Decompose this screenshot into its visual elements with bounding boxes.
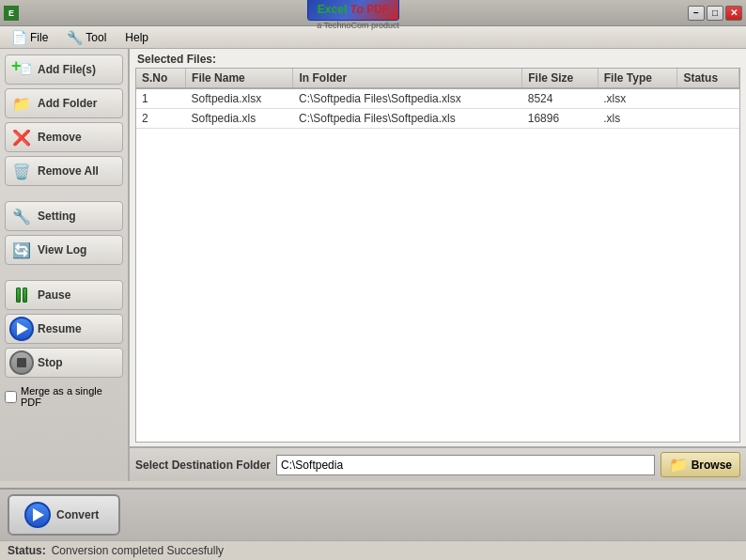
- files-table-element: S.No File Name In Folder File Size File …: [136, 69, 739, 129]
- resume-button[interactable]: Resume: [5, 314, 123, 344]
- destination-input[interactable]: [276, 455, 655, 475]
- menu-help[interactable]: Help: [117, 29, 156, 46]
- convert-label: Convert: [56, 508, 99, 521]
- cell-size: 8524: [522, 88, 598, 109]
- app-icon: E: [4, 6, 19, 21]
- add-files-label: Add File(s): [38, 63, 96, 76]
- setting-icon: 🔧: [11, 206, 32, 226]
- brand-pdf: PDF: [366, 3, 389, 16]
- view-log-icon: 🔄: [11, 240, 32, 260]
- menu-bar: 📄 File 🔧 Tool Help: [0, 26, 746, 49]
- browse-button[interactable]: 📁 Browse: [661, 452, 740, 477]
- add-files-button[interactable]: + 📄 Add File(s): [5, 54, 123, 85]
- stop-button[interactable]: Stop: [5, 348, 123, 378]
- table-header-row: S.No File Name In Folder File Size File …: [136, 69, 739, 88]
- col-filename: File Name: [186, 69, 293, 88]
- stop-circle: [9, 350, 34, 375]
- content-area: Selected Files: S.No File Name In Folder…: [130, 49, 746, 481]
- status-text: Conversion completed Succesfully: [52, 544, 224, 557]
- cell-folder: C:\Softpedia Files\Softpedia.xls: [293, 109, 522, 129]
- cell-folder: C:\Softpedia Files\Softpedia.xlsx: [293, 88, 522, 109]
- merge-label: Merge as a single PDF: [21, 385, 123, 408]
- stop-icon: [11, 352, 32, 373]
- bottom-bar: Convert Status: Conversion completed Suc…: [0, 488, 746, 560]
- table-row: 1Softpedia.xlsxC:\Softpedia Files\Softpe…: [136, 88, 739, 109]
- brand-excel: Excel: [318, 3, 350, 16]
- brand-bg: Excel To PDF: [307, 0, 399, 21]
- menu-help-label: Help: [125, 31, 148, 44]
- col-filetype: File Type: [598, 69, 677, 88]
- brand-title: Excel To PDF: [318, 0, 389, 16]
- selected-files-label: Selected Files:: [130, 49, 746, 68]
- destination-row: Select Destination Folder 📁 Browse: [130, 448, 746, 481]
- file-table: S.No File Name In Folder File Size File …: [135, 68, 740, 443]
- remove-icon: ❌: [11, 127, 32, 148]
- view-log-button[interactable]: 🔄 View Log: [5, 235, 123, 265]
- brand-container: Excel To PDF a TechnoCom product: [307, 0, 399, 30]
- remove-all-icon: 🗑️: [11, 161, 32, 181]
- cell-name: Softpedia.xls: [186, 109, 293, 129]
- merge-row-sidebar: Merge as a single PDF: [5, 385, 123, 408]
- convert-play-icon: [24, 502, 51, 528]
- pause-bars: [16, 288, 27, 303]
- stop-square: [17, 358, 26, 367]
- convert-bar: Convert: [0, 488, 746, 540]
- main-layout: + 📄 Add File(s) 📁 Add Folder ❌ Remove 🗑️…: [0, 49, 746, 481]
- setting-label: Setting: [38, 210, 76, 223]
- convert-play-triangle: [33, 508, 44, 521]
- resume-circle: [9, 317, 34, 341]
- cell-status: [677, 109, 739, 129]
- add-folder-label: Add Folder: [38, 97, 97, 110]
- menu-tool-label: Tool: [85, 31, 106, 44]
- separator-2: [5, 269, 123, 276]
- title-left: E: [4, 6, 19, 21]
- pause-bar-1: [16, 288, 21, 303]
- table-body: 1Softpedia.xlsxC:\Softpedia Files\Softpe…: [136, 88, 739, 129]
- separator-1: [5, 190, 123, 197]
- close-button[interactable]: ✕: [725, 6, 742, 21]
- menu-file[interactable]: 📄 File: [4, 28, 55, 47]
- cell-status: [677, 88, 739, 109]
- browse-label: Browse: [692, 459, 732, 472]
- cell-type: .xlsx: [598, 88, 677, 109]
- merge-checkbox[interactable]: [5, 391, 17, 403]
- col-filesize: File Size: [522, 69, 598, 88]
- window-controls: − □ ✕: [688, 6, 742, 21]
- resume-icon: [11, 319, 32, 339]
- resume-play-triangle: [17, 322, 28, 335]
- col-infolder: In Folder: [293, 69, 522, 88]
- pause-bar-2: [23, 288, 27, 303]
- cell-name: Softpedia.xlsx: [186, 88, 293, 109]
- maximize-button[interactable]: □: [707, 6, 723, 21]
- remove-button[interactable]: ❌ Remove: [5, 122, 123, 152]
- destination-label: Select Destination Folder: [135, 459, 271, 472]
- pause-label: Pause: [38, 288, 70, 302]
- setting-button[interactable]: 🔧 Setting: [5, 201, 123, 231]
- col-status: Status: [677, 69, 739, 88]
- minimize-button[interactable]: −: [688, 6, 705, 21]
- convert-button[interactable]: Convert: [8, 494, 120, 536]
- col-sno: S.No: [136, 69, 186, 88]
- remove-label: Remove: [38, 131, 82, 144]
- brand-sub: a TechnoCom product: [317, 21, 399, 30]
- cell-size: 16896: [522, 109, 598, 129]
- table-row: 2Softpedia.xlsC:\Softpedia Files\Softped…: [136, 109, 739, 129]
- sidebar: + 📄 Add File(s) 📁 Add Folder ❌ Remove 🗑️…: [0, 49, 130, 481]
- pause-icon: [11, 285, 32, 305]
- status-label: Status:: [8, 544, 46, 557]
- add-folder-button[interactable]: 📁 Add Folder: [5, 88, 123, 118]
- view-log-label: View Log: [38, 243, 86, 257]
- cell-sno: 1: [136, 88, 186, 109]
- add-folder-icon: 📁: [11, 93, 32, 114]
- title-bar: E Excel To PDF a TechnoCom product − □ ✕: [0, 0, 746, 26]
- cell-type: .xls: [598, 109, 677, 129]
- remove-all-button[interactable]: 🗑️ Remove All: [5, 156, 123, 186]
- add-files-icon: + 📄: [11, 59, 32, 80]
- folder-browse-icon: 📁: [669, 456, 688, 474]
- file-icon: 📄: [20, 63, 33, 75]
- menu-tool[interactable]: 🔧 Tool: [59, 28, 114, 47]
- pause-button[interactable]: Pause: [5, 280, 123, 310]
- status-bar: Status: Conversion completed Succesfully: [0, 540, 746, 560]
- table-header: S.No File Name In Folder File Size File …: [136, 69, 739, 88]
- cell-sno: 2: [136, 109, 186, 129]
